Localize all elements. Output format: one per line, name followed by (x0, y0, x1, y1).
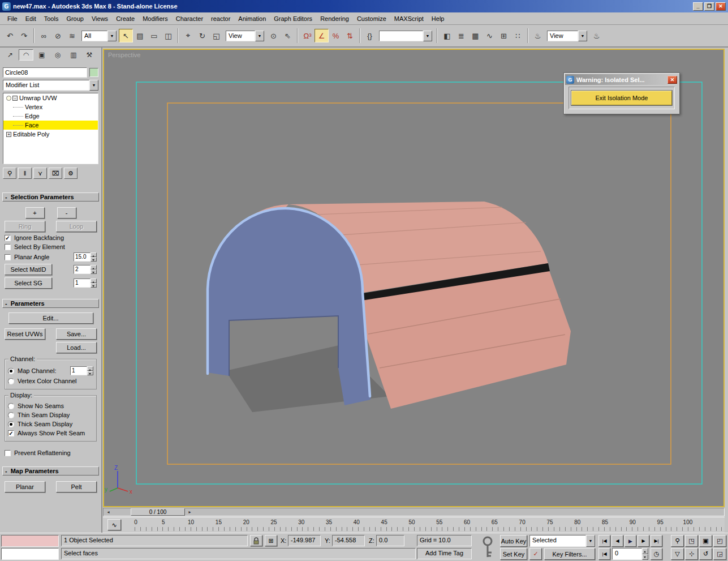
keyboard-override-toggle[interactable] (479, 536, 496, 559)
absolute-mode-toggle-icon[interactable]: ⊞ (265, 535, 277, 546)
selection-lock-icon[interactable] (250, 535, 262, 546)
key-filter-toggle-icon[interactable]: ✓ (529, 548, 542, 560)
select-by-name-icon[interactable]: ▤ (133, 29, 147, 42)
material-editor-icon[interactable]: ∷ (511, 29, 525, 42)
select-by-element-checkbox[interactable] (5, 244, 11, 250)
field-of-view-icon[interactable]: ▽ (671, 548, 684, 560)
menu-animation[interactable]: Animation (234, 14, 270, 24)
pelt-map-button[interactable]: Pelt (56, 481, 97, 493)
prevent-reflattening-checkbox[interactable] (5, 450, 11, 456)
zoom-all-icon[interactable]: ◳ (685, 535, 698, 547)
rollout-header[interactable]: - Parameters (2, 299, 99, 308)
window-crossing-icon[interactable]: ◫ (161, 29, 175, 42)
viewport-canvas[interactable]: Z x y (104, 50, 723, 506)
render-scene-icon[interactable]: ♨ (531, 29, 545, 42)
dropdown-arrow-icon[interactable]: ▼ (578, 31, 587, 41)
rollout-header[interactable]: - Map Parameters (2, 466, 99, 476)
dropdown-arrow-icon[interactable]: ▼ (586, 535, 595, 547)
planar-angle-checkbox[interactable] (5, 254, 11, 260)
reference-coordinate-dropdown[interactable]: View ▼ (226, 31, 264, 41)
dialog-close-icon[interactable]: ✕ (667, 76, 677, 84)
collapse-box-icon[interactable]: - (12, 96, 18, 101)
scene-object-arch[interactable] (208, 202, 571, 412)
time-step-back-icon[interactable]: ◂ (105, 508, 112, 516)
zoom-icon[interactable]: ⚲ (671, 535, 684, 547)
current-frame-spinner[interactable]: 0 (612, 548, 648, 560)
menu-maxscript[interactable]: MAXScript (390, 14, 428, 24)
frame-spinner-arrows[interactable] (642, 548, 648, 560)
sg-field[interactable]: 1 (74, 279, 91, 288)
current-frame-field[interactable]: 0 (612, 548, 642, 560)
ring-button[interactable]: Ring (5, 221, 45, 232)
select-and-move-icon[interactable]: ⌖ (181, 29, 195, 42)
key-filters-button[interactable]: Key Filters... (544, 548, 595, 560)
use-pivot-center-icon[interactable]: ⊙ (266, 29, 281, 42)
remove-modifier-icon[interactable]: ⌧ (49, 168, 62, 179)
stack-subitem-face-selected[interactable]: Face (3, 121, 98, 130)
make-unique-icon[interactable]: ⋎ (33, 168, 47, 179)
dropdown-arrow-icon[interactable]: ▼ (255, 31, 264, 41)
angle-snap-toggle-icon[interactable]: ∠ (315, 29, 329, 42)
select-and-link-icon[interactable]: ∞ (37, 29, 51, 42)
maximize-button[interactable]: ❐ (704, 2, 714, 11)
menu-reactor[interactable]: reactor (207, 14, 234, 24)
modifier-list-dropdown[interactable]: Modifier List ▼ (3, 80, 98, 91)
planar-angle-spinner[interactable] (91, 252, 97, 262)
align-icon[interactable]: ≣ (454, 29, 468, 42)
key-mode-toggle-icon[interactable]: |◀ (598, 548, 610, 560)
snap-toggle-3d-icon[interactable]: Ω³ (300, 29, 315, 42)
go-to-end-icon[interactable]: ▶| (651, 535, 662, 547)
sg-spinner[interactable] (91, 279, 97, 288)
tab-utilities-icon[interactable]: ⚒ (82, 49, 97, 61)
modifier-enabled-bulb-icon[interactable] (6, 96, 11, 101)
grow-selection-button[interactable]: + (25, 207, 45, 219)
select-and-scale-icon[interactable]: ◱ (209, 29, 223, 42)
quick-render-icon[interactable]: ♨ (589, 29, 604, 42)
ignore-backfacing-checkbox[interactable]: ✓ (5, 235, 11, 241)
set-key-button[interactable]: Set Key (500, 548, 527, 560)
edit-named-selection-sets-icon[interactable]: {} (363, 29, 377, 42)
y-coord-field[interactable]: -54.558 (332, 535, 365, 546)
menu-file[interactable]: File (3, 14, 21, 24)
time-slider[interactable]: ◂ 0 / 100 ▸ (103, 508, 725, 516)
stack-item-unwrap-uvw[interactable]: - Unwrap UVW (3, 93, 98, 102)
loop-button[interactable]: Loop (56, 221, 97, 232)
zoom-extents-icon[interactable]: ▣ (699, 535, 712, 547)
load-uvws-button[interactable]: Load... (56, 342, 97, 353)
pin-stack-icon[interactable]: ⚲ (3, 168, 16, 179)
planar-angle-field[interactable]: 15.0 (74, 252, 91, 262)
menu-create[interactable]: Create (112, 14, 139, 24)
x-coord-field[interactable]: -149.987 (288, 535, 321, 546)
close-button[interactable]: ✕ (716, 2, 726, 11)
time-step-forward-icon[interactable]: ▸ (186, 508, 193, 516)
next-frame-icon[interactable]: ▶ (637, 535, 649, 547)
previous-frame-icon[interactable]: ◀ (611, 535, 623, 547)
bind-to-space-warp-icon[interactable]: ≋ (65, 29, 79, 42)
stack-subitem-vertex[interactable]: Vertex (3, 102, 98, 112)
expand-box-icon[interactable]: + (6, 132, 11, 137)
select-and-rotate-icon[interactable]: ↻ (195, 29, 209, 42)
stack-item-editable-poly[interactable]: + Editable Poly (3, 130, 98, 139)
maxscript-mini-listener[interactable] (1, 548, 59, 560)
perspective-viewport[interactable]: Perspective (103, 49, 725, 507)
rollout-collapse-icon[interactable]: - (5, 300, 7, 307)
select-and-manipulate-icon[interactable]: ⇖ (281, 29, 295, 42)
pan-view-icon[interactable]: ⊹ (685, 548, 698, 560)
unlink-selection-icon[interactable]: ⊘ (51, 29, 65, 42)
percent-snap-toggle-icon[interactable]: % (329, 29, 343, 42)
curve-editor-icon[interactable]: ∿ (483, 29, 497, 42)
tab-modify-icon[interactable]: ◠ (19, 49, 33, 61)
thick-seam-radio[interactable] (8, 421, 14, 427)
arc-rotate-icon[interactable]: ↺ (699, 548, 712, 560)
rollout-collapse-icon[interactable]: - (5, 468, 7, 474)
menu-group[interactable]: Group (62, 14, 88, 24)
named-selection-dropdown[interactable]: ▼ (379, 31, 432, 41)
rollout-header[interactable]: - Selection Parameters (2, 192, 99, 202)
exit-isolation-mode-button[interactable]: Exit Isolation Mode (571, 91, 672, 105)
maxscript-macro-recorder[interactable] (1, 535, 59, 547)
select-object-icon[interactable]: ↖ (119, 29, 133, 42)
redo-icon[interactable]: ↷ (17, 29, 31, 42)
menu-modifiers[interactable]: Modifiers (139, 14, 172, 24)
min-max-toggle-icon[interactable]: ◲ (713, 548, 726, 560)
stack-subitem-edge[interactable]: Edge (3, 112, 98, 121)
